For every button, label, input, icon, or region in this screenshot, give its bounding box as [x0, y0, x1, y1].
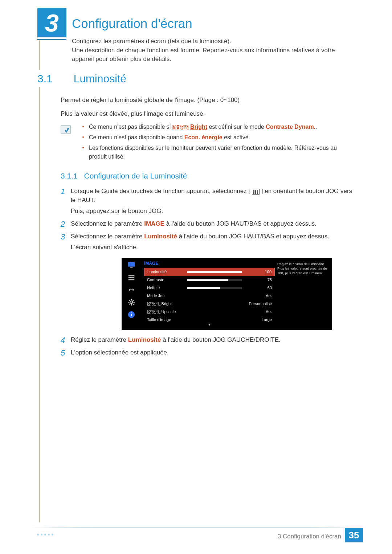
section-heading: 3.1 Luminosité	[37, 71, 126, 87]
side-rule-top	[39, 39, 40, 70]
osd-row: Luminosité100	[144, 268, 275, 276]
side-rule-body	[39, 87, 40, 522]
note-item-2: Ce menu n'est pas disponible quand Econ.…	[82, 133, 356, 141]
samsung-magic-label: SAMSUNG MAGIC	[172, 125, 190, 130]
step-4: 4 Réglez le paramètre Luminosité à l'aid…	[61, 336, 356, 345]
osd-row-value: Arr.	[246, 309, 272, 315]
osd-scroll-indicator: ▼	[208, 322, 211, 328]
econ-energie-link[interactable]: Econ. énergie	[184, 134, 222, 140]
page-footer: 3 Configuration d'écran 35	[29, 527, 363, 543]
step-5: 5 L'option sélectionnée est appliquée.	[61, 348, 356, 357]
osd-row-label: Taille d'image	[147, 317, 187, 323]
steps-lower: 4 Réglez le paramètre Luminosité à l'aid…	[61, 336, 356, 361]
svg-rect-16	[131, 313, 132, 313]
osd-row: Netteté60	[144, 284, 275, 292]
footer-dots	[37, 534, 53, 535]
note-item-1: Ce menu n'est pas disponible si SAMSUNG …	[82, 123, 356, 131]
osd-row-label: Contraste	[147, 277, 187, 283]
svg-line-12	[129, 304, 130, 305]
menu-icon	[252, 189, 260, 195]
chapter-intro-line1: Configurez les paramètres d'écran (tels …	[72, 37, 356, 46]
svg-line-13	[133, 300, 134, 301]
resize-icon	[127, 286, 136, 294]
step-3: 3 Sélectionnez le paramètre Luminosité à…	[61, 232, 356, 252]
info-icon	[127, 311, 136, 319]
svg-line-11	[133, 304, 134, 305]
section-paragraph-2: Plus la valeur est élevée, plus l'image …	[61, 110, 356, 119]
chapter-intro: Configurez les paramètres d'écran (tels …	[72, 37, 356, 64]
osd-row: Contraste75	[144, 276, 275, 284]
chapter-intro-line2: Une description de chaque fonction est f…	[72, 46, 356, 64]
osd-row-value: Personnalisé	[246, 301, 272, 307]
osd-row-value: 75	[246, 277, 272, 283]
osd-sidebar	[122, 258, 141, 333]
gear-icon	[127, 298, 136, 306]
footer-chapter-label: 3 Configuration d'écran	[278, 532, 341, 541]
note-item-3: Les fonctions disponibles sur le moniteu…	[82, 144, 356, 160]
svg-rect-0	[128, 262, 135, 267]
osd-screenshot: IMAGE Luminosité100Contraste75Netteté60M…	[122, 258, 332, 330]
steps-upper: 1 Lorsque le Guide des touches de foncti…	[61, 187, 356, 256]
osd-row-value: Large	[246, 317, 272, 323]
subsection-title: Configuration de la Luminosité	[84, 172, 187, 180]
note-block: Ce menu n'est pas disponible si SAMSUNG …	[61, 123, 356, 163]
osd-row-label: Mode Jeu	[147, 293, 187, 299]
osd-slider	[187, 271, 242, 273]
osd-row: Mode JeuArr.	[144, 292, 275, 300]
section-number: 3.1	[37, 71, 72, 87]
osd-help-text: Réglez le niveau de luminosité. Plus les…	[277, 262, 330, 275]
osd-row-label: SAMSUNGMAGICBright	[147, 301, 187, 307]
contrast-mode: Contraste Dynam.	[266, 124, 315, 130]
svg-rect-4	[128, 279, 135, 280]
monitor-icon	[127, 261, 136, 269]
osd-row-value: 60	[246, 285, 272, 291]
svg-rect-15	[131, 314, 132, 316]
section-paragraph-1: Permet de régler la luminosité globale d…	[61, 96, 356, 105]
step-1: 1 Lorsque le Guide des touches de foncti…	[61, 187, 356, 216]
osd-row: SAMSUNGMAGICBrightPersonnalisé	[144, 300, 275, 308]
svg-point-5	[130, 301, 132, 303]
list-icon	[127, 274, 136, 282]
chapter-number-badge: 3	[37, 8, 66, 37]
osd-row-label: Netteté	[147, 285, 187, 291]
step-2: 2 Sélectionnez le paramètre IMAGE à l'ai…	[61, 219, 356, 229]
osd-row-value: Arr.	[246, 293, 272, 299]
footer-page-number: 35	[345, 528, 363, 542]
subsection-number: 3.1.1	[61, 172, 78, 180]
svg-rect-1	[130, 267, 132, 268]
svg-rect-3	[128, 277, 135, 278]
subsection-heading: 3.1.1 Configuration de la Luminosité	[61, 171, 187, 181]
footer-divider	[29, 527, 363, 528]
osd-main: IMAGE Luminosité100Contraste75Netteté60M…	[144, 260, 275, 328]
osd-row-value: 100	[245, 269, 271, 275]
osd-title: IMAGE	[144, 260, 275, 268]
osd-row-label: SAMSUNGMAGICUpscale	[147, 309, 187, 315]
osd-slider	[187, 279, 242, 281]
chapter-title: Configuration d'écran	[72, 15, 192, 33]
svg-rect-2	[128, 275, 135, 276]
note-icon	[61, 125, 71, 134]
svg-line-10	[129, 300, 130, 301]
section-title: Luminosité	[74, 73, 126, 85]
bright-link[interactable]: Bright	[190, 124, 207, 130]
osd-row-label: Luminosité	[147, 269, 187, 275]
osd-row: SAMSUNGMAGICUpscaleArr.	[144, 308, 275, 316]
osd-slider	[187, 287, 242, 289]
